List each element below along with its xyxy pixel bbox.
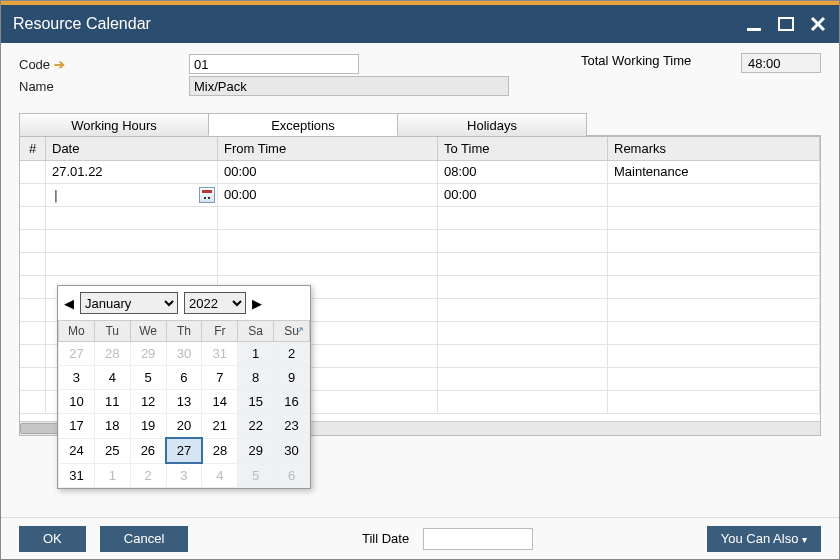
calendar-day[interactable]: 27: [166, 438, 202, 463]
calendar-day[interactable]: 30: [274, 438, 310, 463]
calendar-day[interactable]: 28: [202, 438, 238, 463]
calendar-day[interactable]: 23: [274, 414, 310, 439]
cell-date[interactable]: 27.01.22: [46, 161, 218, 183]
maximize-icon[interactable]: [777, 15, 795, 33]
year-select[interactable]: 2022: [184, 292, 246, 314]
calendar-day[interactable]: 8: [238, 366, 274, 390]
calendar-day[interactable]: 31: [202, 342, 238, 366]
calendar-day[interactable]: 29: [130, 342, 166, 366]
tab-holidays[interactable]: Holidays: [397, 113, 587, 136]
month-select[interactable]: January: [80, 292, 178, 314]
ok-button[interactable]: OK: [19, 526, 86, 552]
svg-rect-0: [747, 28, 761, 31]
calendar-day[interactable]: 5: [238, 463, 274, 488]
calendar-day[interactable]: 14: [202, 390, 238, 414]
calendar-day[interactable]: 10: [59, 390, 95, 414]
calendar-grid: MoTuWeThFrSaSu 2728293031123456789101112…: [58, 320, 310, 488]
tab-bar: Working Hours Exceptions Holidays: [19, 113, 821, 137]
calendar-day[interactable]: 25: [94, 438, 130, 463]
next-month-icon[interactable]: ▶: [252, 296, 262, 311]
calendar-day[interactable]: 16: [274, 390, 310, 414]
calendar-day[interactable]: 13: [166, 390, 202, 414]
tab-working-hours[interactable]: Working Hours: [19, 113, 209, 136]
you-can-also-button[interactable]: You Can Also ▾: [707, 526, 821, 552]
col-header-to[interactable]: To Time: [438, 137, 608, 161]
calendar-day[interactable]: 26: [130, 438, 166, 463]
col-header-remarks[interactable]: Remarks: [608, 137, 820, 161]
calendar-day[interactable]: 6: [274, 463, 310, 488]
calendar-day[interactable]: 2: [130, 463, 166, 488]
calendar-day[interactable]: 18: [94, 414, 130, 439]
calendar-day[interactable]: 1: [94, 463, 130, 488]
code-label: Code: [19, 57, 189, 72]
calendar-day[interactable]: 12: [130, 390, 166, 414]
cell-to-time[interactable]: 00:00: [438, 184, 608, 206]
table-row[interactable]: 27.01.22 00:00 08:00 Maintenance: [20, 161, 820, 184]
cell-remarks[interactable]: Maintenance: [608, 161, 820, 183]
calendar-day[interactable]: 24: [59, 438, 95, 463]
cancel-button[interactable]: Cancel: [100, 526, 188, 552]
calendar-day[interactable]: 22: [238, 414, 274, 439]
till-date-label: Till Date: [362, 531, 409, 546]
resource-calendar-window: Resource Calendar Code Name Total Workin…: [0, 0, 840, 560]
calendar-day[interactable]: 4: [94, 366, 130, 390]
calendar-day[interactable]: 31: [59, 463, 95, 488]
cell-from-time[interactable]: 00:00: [218, 184, 438, 206]
calendar-day[interactable]: 29: [238, 438, 274, 463]
weekday-header: Fr: [202, 321, 238, 342]
col-header-hash: #: [20, 137, 46, 161]
table-row[interactable]: | 00:00 00:00: [20, 184, 820, 207]
weekday-header: We: [130, 321, 166, 342]
calendar-day[interactable]: 11: [94, 390, 130, 414]
name-label: Name: [19, 79, 189, 94]
prev-month-icon[interactable]: ◀: [64, 296, 74, 311]
cell-to-time[interactable]: 08:00: [438, 161, 608, 183]
tab-exceptions[interactable]: Exceptions: [208, 113, 398, 136]
chevron-down-icon: ▾: [802, 534, 807, 545]
cell-date-editing[interactable]: |: [46, 184, 218, 206]
calendar-day[interactable]: 3: [166, 463, 202, 488]
calendar-day[interactable]: 30: [166, 342, 202, 366]
calendar-day[interactable]: 21: [202, 414, 238, 439]
calendar-day[interactable]: 15: [238, 390, 274, 414]
calendar-day[interactable]: 27: [59, 342, 95, 366]
content-area: Code Name Total Working Time 48:00 Worki…: [1, 43, 839, 517]
weekday-header: Mo: [59, 321, 95, 342]
calendar-day[interactable]: 19: [130, 414, 166, 439]
calendar-icon[interactable]: [199, 187, 215, 203]
weekday-header: Tu: [94, 321, 130, 342]
footer-bar: OK Cancel Till Date You Can Also ▾: [1, 517, 839, 559]
weekday-header: Th: [166, 321, 202, 342]
weekday-header: Sa: [238, 321, 274, 342]
calendar-day[interactable]: 3: [59, 366, 95, 390]
calendar-day[interactable]: 7: [202, 366, 238, 390]
calendar-day[interactable]: 20: [166, 414, 202, 439]
name-input[interactable]: [189, 76, 509, 96]
calendar-day[interactable]: 5: [130, 366, 166, 390]
date-picker: ◀ January 2022 ▶ ↗ MoTuWeThFrSaSu 272829…: [57, 285, 311, 489]
code-input[interactable]: [189, 54, 359, 74]
svg-rect-1: [779, 18, 793, 30]
col-header-from[interactable]: From Time: [218, 137, 438, 161]
cell-remarks[interactable]: [608, 184, 820, 206]
window-title: Resource Calendar: [13, 15, 151, 33]
weekday-header: Su: [274, 321, 310, 342]
calendar-day[interactable]: 6: [166, 366, 202, 390]
calendar-day[interactable]: 1: [238, 342, 274, 366]
minimize-icon[interactable]: [745, 15, 763, 33]
total-working-time-label: Total Working Time: [581, 53, 741, 68]
title-bar: Resource Calendar: [1, 5, 839, 43]
col-header-date[interactable]: Date: [46, 137, 218, 161]
till-date-input[interactable]: [423, 528, 533, 550]
calendar-day[interactable]: 17: [59, 414, 95, 439]
total-working-time-value: 48:00: [741, 53, 821, 73]
calendar-day[interactable]: 28: [94, 342, 130, 366]
cell-from-time[interactable]: 00:00: [218, 161, 438, 183]
calendar-day[interactable]: 2: [274, 342, 310, 366]
calendar-day[interactable]: 9: [274, 366, 310, 390]
close-icon[interactable]: [809, 15, 827, 33]
calendar-day[interactable]: 4: [202, 463, 238, 488]
expand-icon[interactable]: ↗: [295, 324, 304, 337]
